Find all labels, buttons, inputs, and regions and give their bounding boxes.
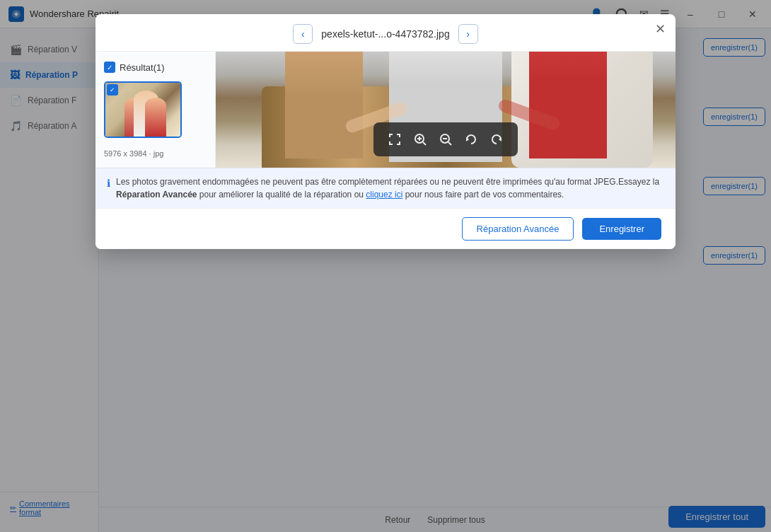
info-text: Les photos gravement endommagées ne peuv… <box>116 175 664 201</box>
modal-filename: pexels-ketut-...o-4473782.jpg <box>321 28 449 40</box>
preview-modal: ‹ pexels-ketut-...o-4473782.jpg › ✕ ✓ Ré… <box>95 14 676 249</box>
zoom-out-button[interactable] <box>434 128 457 151</box>
thumbnail-container[interactable]: ✓ <box>104 81 207 138</box>
svg-line-14 <box>448 142 451 145</box>
fullscreen-button[interactable] <box>383 128 406 151</box>
save-button[interactable]: Enregistrer <box>582 218 661 240</box>
next-image-button[interactable]: › <box>458 24 478 44</box>
thumbnail-dimensions: 5976 x 3984 · jpg <box>104 149 207 158</box>
prev-image-button[interactable]: ‹ <box>293 24 313 44</box>
result-checkbox[interactable]: ✓ <box>104 62 115 73</box>
advanced-repair-button[interactable]: Réparation Avancée <box>462 217 574 241</box>
modal-overlay: ‹ pexels-ketut-...o-4473782.jpg › ✕ ✓ Ré… <box>0 0 771 532</box>
child-left-figure <box>285 52 363 158</box>
modal-header: ‹ pexels-ketut-...o-4473782.jpg › ✕ <box>95 14 676 52</box>
zoom-in-button[interactable] <box>409 128 431 151</box>
rotate-left-button[interactable] <box>460 128 482 151</box>
svg-rect-6 <box>389 141 390 145</box>
thumbnail-checkbox[interactable]: ✓ <box>107 84 118 96</box>
info-icon: ℹ <box>107 176 110 191</box>
image-preview-area <box>216 52 676 168</box>
modal-body: ✓ Résultat(1) ✓ 5976 x 3 <box>95 52 676 168</box>
svg-rect-4 <box>399 134 400 137</box>
svg-rect-8 <box>399 141 400 145</box>
svg-line-10 <box>423 142 426 145</box>
rotate-right-button[interactable] <box>485 128 508 151</box>
info-bar: ℹ Les photos gravement endommagées ne pe… <box>95 168 676 208</box>
svg-rect-2 <box>389 134 390 137</box>
thumbnail-panel: ✓ Résultat(1) ✓ 5976 x 3 <box>95 52 216 168</box>
image-toolbar <box>373 122 518 156</box>
modal-footer: Réparation Avancée Enregistrer <box>95 208 676 249</box>
result-header: ✓ Résultat(1) <box>104 62 207 73</box>
result-label: Résultat(1) <box>120 62 165 73</box>
child-right-figure <box>529 52 607 158</box>
click-here-link[interactable]: cliquez ici <box>366 190 402 200</box>
modal-close-button[interactable]: ✕ <box>655 23 666 35</box>
